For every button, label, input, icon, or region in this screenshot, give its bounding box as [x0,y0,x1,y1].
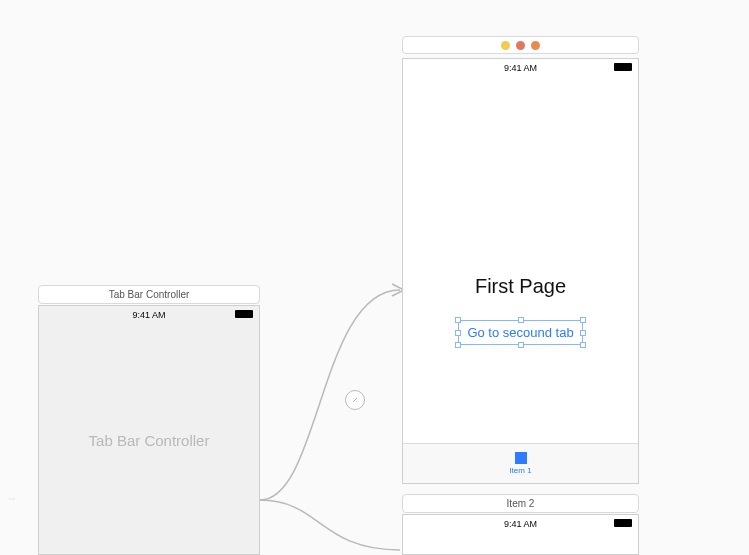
segue-lower [260,500,420,555]
selection-handle[interactable] [518,317,524,323]
segue-node-icon[interactable] [345,390,365,410]
tab-item-icon[interactable] [515,452,527,464]
status-bar: 9:41 AM [39,306,259,324]
tab-item-label[interactable]: Item 1 [509,466,531,475]
view-content[interactable]: First Page Go to secound tab [403,77,638,443]
go-to-second-tab-button[interactable]: Go to secound tab [458,320,582,345]
scene-label-tabbarcontroller[interactable]: Tab Bar Controller [38,285,260,304]
battery-icon [614,63,632,71]
build-dot[interactable] [531,41,540,50]
button-text: Go to secound tab [467,325,573,340]
scene-label-item2[interactable]: Item 2 [402,494,639,513]
scene-tabbarcontroller[interactable]: 9:41 AM Tab Bar Controller [38,305,260,555]
storyboard-canvas[interactable]: Tab Bar Controller 9:41 AM Tab Bar Contr… [0,0,749,555]
tab-bar[interactable]: Item 1 [403,443,638,483]
scene-item2[interactable]: 9:41 AM [402,514,639,555]
selection-handle[interactable] [455,330,461,336]
status-time: 9:41 AM [504,63,537,73]
status-bar: 9:41 AM [403,515,638,533]
scene-header-dots[interactable] [402,36,639,54]
selection-handle[interactable] [580,342,586,348]
selection-handle[interactable] [455,317,461,323]
warning-dot[interactable] [501,41,510,50]
selection-handle[interactable] [580,330,586,336]
placeholder-label: Tab Bar Controller [89,432,210,449]
error-dot[interactable] [516,41,525,50]
status-time: 9:41 AM [132,310,165,320]
selection-handle[interactable] [455,342,461,348]
selection-handle[interactable] [518,342,524,348]
status-bar: 9:41 AM [403,59,638,77]
status-time: 9:41 AM [504,519,537,529]
selection-handle[interactable] [580,317,586,323]
page-title-label[interactable]: First Page [475,275,566,298]
battery-icon [235,310,253,318]
battery-icon [614,519,632,527]
scene-first-page[interactable]: 9:41 AM First Page Go to secound tab Ite… [402,58,639,484]
entry-point-arrow [0,498,34,500]
